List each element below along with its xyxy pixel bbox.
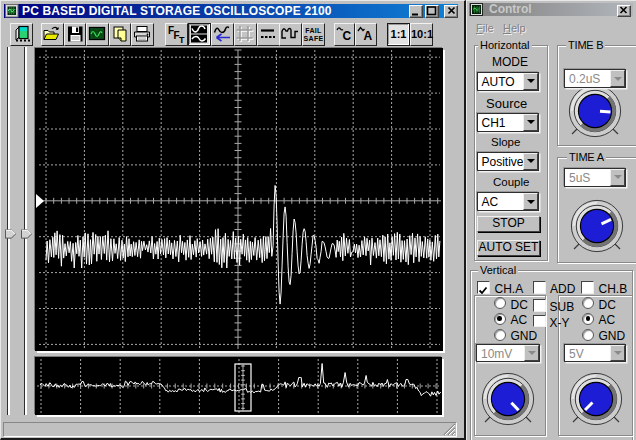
svg-text:C: C (342, 29, 351, 43)
svg-text:A: A (364, 29, 373, 43)
svg-text:T: T (179, 35, 185, 45)
